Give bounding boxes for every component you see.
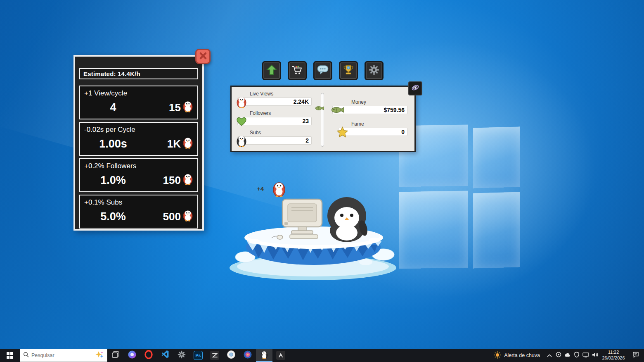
- upgrade-value: 1.00s: [84, 138, 142, 150]
- windows-start-icon: [7, 352, 13, 359]
- fish-money-icon: [331, 106, 344, 115]
- media-circle-icon: [243, 350, 252, 361]
- penguin-game-icon: [260, 350, 268, 361]
- cloud-icon: [564, 352, 571, 359]
- tray-status-button[interactable]: [554, 349, 563, 362]
- star-fame-icon: [337, 126, 348, 139]
- upgrade-cost: 150: [163, 174, 181, 187]
- windows-logo-pane: [473, 192, 520, 268]
- upgrade-item-cycle-speed[interactable]: -0.02s per Cycle 1.00s 1K: [79, 122, 198, 156]
- taskbar-app-photoshop[interactable]: Ps: [190, 349, 206, 362]
- taskbar-app-vscode[interactable]: [157, 349, 173, 362]
- taskbar-clock[interactable]: 11:22 26/02/2026: [599, 349, 627, 362]
- followers-label: Followers: [250, 110, 312, 116]
- upgrade-value: 4: [84, 101, 142, 114]
- weather-alert-icon: [494, 351, 501, 360]
- browser-circle-icon: [227, 350, 236, 361]
- speaker-icon: [592, 352, 598, 359]
- windows-logo-pane: [399, 191, 468, 269]
- weather-widget[interactable]: Alerta de chuva: [489, 349, 545, 362]
- upgrades-button[interactable]: [262, 61, 281, 80]
- tray-security-button[interactable]: [572, 349, 581, 362]
- taskbar-app-dark-1[interactable]: [206, 349, 223, 362]
- penguin-currency-icon: [182, 100, 193, 115]
- task-view-button[interactable]: [107, 349, 124, 362]
- close-button[interactable]: [195, 49, 211, 64]
- taskbar: Ps: [0, 349, 644, 362]
- status-circle-icon: [556, 352, 561, 359]
- upgrade-title: +0.2% Followers: [84, 162, 193, 170]
- fame-value: 0: [401, 129, 405, 135]
- subs-label: Subs: [250, 130, 312, 136]
- money-value: $759.56: [384, 107, 405, 113]
- action-center-button[interactable]: [627, 349, 644, 362]
- subs-value: 2: [305, 137, 309, 144]
- followers-value: 23: [302, 118, 309, 124]
- opera-icon: [144, 350, 153, 361]
- clock-date: 26/02/2026: [602, 355, 625, 361]
- system-tray: Alerta de chuva: [489, 349, 644, 362]
- upgrade-cost: 500: [163, 210, 181, 223]
- taskbar-app-media[interactable]: [239, 349, 256, 362]
- vscode-icon: [161, 350, 170, 361]
- upgrade-item-followers[interactable]: +0.2% Followers 1.0% 150: [79, 158, 198, 192]
- stat-money: Money $759.56: [332, 99, 407, 114]
- fame-label: Fame: [351, 121, 407, 127]
- upgrade-cost: 15: [169, 101, 181, 114]
- upgrades-panel: Estimated: 14.4K/h +1 View/cycle 4 15 -0…: [73, 55, 204, 231]
- trophy-icon: [343, 64, 354, 77]
- up-arrow-icon: [266, 64, 277, 77]
- game-scene[interactable]: +4: [230, 179, 400, 283]
- taskbar-app-browser[interactable]: [223, 349, 239, 362]
- shop-button[interactable]: [288, 61, 307, 80]
- upgrade-title: +1 View/cycle: [84, 89, 193, 98]
- chat-button[interactable]: [313, 61, 332, 80]
- desktop: Estimated: 14.4K/h +1 View/cycle 4 15 -0…: [0, 0, 644, 362]
- settings-button[interactable]: [365, 61, 384, 80]
- stat-followers: Followers 23: [237, 110, 312, 125]
- dark-app-icon: [276, 351, 285, 360]
- galaxy-icon: [411, 83, 420, 94]
- taskbar-search[interactable]: [20, 349, 107, 362]
- upgrade-title: -0.02s per Cycle: [84, 126, 193, 134]
- fish-slider-marker-icon: [315, 105, 324, 112]
- settings-gear-icon: [178, 350, 186, 360]
- stats-divider-slider[interactable]: [321, 93, 324, 147]
- copilot-sparkle-icon: [95, 351, 104, 360]
- close-icon: [199, 52, 207, 62]
- task-view-icon: [112, 351, 119, 360]
- upgrade-value: 5.0%: [84, 210, 142, 223]
- heart-icon: [236, 117, 247, 128]
- floating-gain-text: +4: [257, 185, 264, 192]
- taskbar-app-penguin-game[interactable]: [256, 349, 272, 362]
- taskbar-app-dark-2[interactable]: [272, 349, 289, 362]
- search-input[interactable]: [31, 352, 92, 358]
- start-button[interactable]: [0, 349, 20, 362]
- tray-volume-button[interactable]: [590, 349, 599, 362]
- speech-bubble-icon: [317, 65, 329, 76]
- live-views-value: 2.24K: [294, 98, 309, 105]
- upgrade-item-subs[interactable]: +0.1% Subs 5.0% 500: [79, 195, 198, 229]
- taskbar-app-opera[interactable]: [140, 349, 157, 362]
- upgrade-cost: 1K: [167, 138, 181, 150]
- achievements-button[interactable]: [339, 61, 358, 80]
- copilot-app-icon: [128, 350, 137, 361]
- penguin-currency-icon: [182, 136, 193, 152]
- photoshop-icon: Ps: [194, 351, 203, 360]
- galaxy-button[interactable]: [408, 81, 422, 95]
- stat-fame: Fame 0: [338, 121, 407, 136]
- tray-expand-button[interactable]: [545, 349, 554, 362]
- notification-icon: [632, 352, 639, 360]
- money-label: Money: [351, 99, 407, 105]
- upgrade-value: 1.0%: [84, 174, 142, 187]
- upgrade-item-views[interactable]: +1 View/cycle 4 15: [79, 86, 198, 119]
- tray-network-button[interactable]: [581, 349, 590, 362]
- windows-logo-pane: [473, 126, 520, 188]
- stat-live-views: Live Views 2.24K: [237, 91, 312, 106]
- taskbar-app-copilot[interactable]: [124, 349, 140, 362]
- taskbar-app-settings[interactable]: [173, 349, 190, 362]
- stats-panel: Live Views 2.24K Followers 23 Subs 2 Mon…: [230, 86, 416, 152]
- hud-toolbar: [262, 61, 384, 80]
- tray-onedrive-button[interactable]: [563, 349, 572, 362]
- live-views-label: Live Views: [250, 91, 312, 97]
